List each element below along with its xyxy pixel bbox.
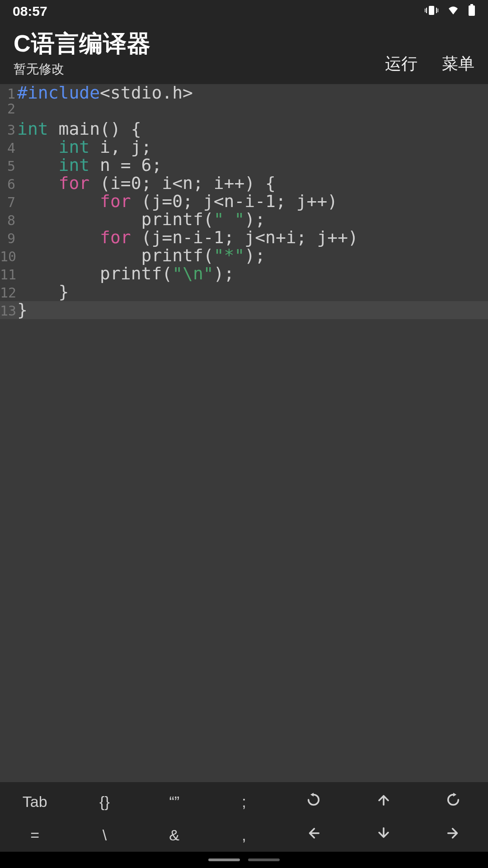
status-time: 08:57 <box>13 4 47 19</box>
code-content[interactable]: } <box>17 283 69 300</box>
key-symsym[interactable]: “” <box>140 793 209 811</box>
code-content[interactable]: for (j=n-i-1; j<n+i; j++) <box>17 229 358 246</box>
status-bar: 08:57 <box>0 0 488 23</box>
line-number: 13 <box>0 304 17 318</box>
code-content[interactable]: #include<stdio.h> <box>17 84 193 101</box>
nav-handle[interactable] <box>208 859 240 861</box>
line-number: 8 <box>0 214 17 227</box>
line-number: 5 <box>0 160 17 173</box>
undo-icon[interactable] <box>279 792 348 811</box>
app-bar: C语言编译器 暂无修改 运行 菜单 <box>0 23 488 84</box>
app-subtitle: 暂无修改 <box>14 61 151 78</box>
line-number: 2 <box>0 102 17 116</box>
vibrate-icon <box>425 4 438 19</box>
run-button[interactable]: 运行 <box>385 53 418 75</box>
line-number: 3 <box>0 123 17 137</box>
line-number: 1 <box>0 87 17 101</box>
line-number: 9 <box>0 232 17 245</box>
key-sym[interactable]: ; <box>209 793 279 811</box>
code-line[interactable]: 6 for (i=0; i<n; i++) { <box>0 175 488 193</box>
symbol-toolbar: Tab{}“”; =\&, <box>0 782 488 852</box>
code-content[interactable]: int n = 6; <box>17 156 162 174</box>
line-number: 12 <box>0 286 17 300</box>
code-line[interactable]: 9 for (j=n-i-1; j<n+i; j++) <box>0 229 488 247</box>
svg-rect-1 <box>426 8 427 13</box>
battery-icon <box>468 4 475 19</box>
code-line[interactable]: 8 printf(" "); <box>0 211 488 229</box>
code-content[interactable]: for (j=0; j<n-i-1; j++) <box>17 193 338 210</box>
wifi-icon <box>446 4 460 19</box>
code-content[interactable]: int i, j; <box>17 138 151 156</box>
code-line[interactable]: 5 int n = 6; <box>0 156 488 175</box>
line-number: 7 <box>0 196 17 209</box>
code-editor[interactable]: 1#include<stdio.h>23int main() {4 int i,… <box>0 84 488 782</box>
nav-handle-secondary <box>248 859 280 861</box>
line-number: 6 <box>0 178 17 191</box>
key-sym[interactable]: = <box>0 826 70 844</box>
key-Tab[interactable]: Tab <box>0 793 70 811</box>
left-icon[interactable] <box>279 826 348 844</box>
line-number: 4 <box>0 142 17 155</box>
code-content[interactable]: int main() { <box>17 120 141 137</box>
line-number: 11 <box>0 268 17 282</box>
code-line[interactable]: 12 } <box>0 283 488 301</box>
status-icons <box>425 4 475 19</box>
svg-rect-4 <box>438 9 439 12</box>
svg-rect-3 <box>425 9 426 12</box>
code-content[interactable]: } <box>17 301 28 318</box>
code-content[interactable]: printf("\n"); <box>17 265 234 282</box>
code-line[interactable]: 13} <box>0 301 488 319</box>
svg-rect-6 <box>469 5 475 16</box>
code-content[interactable]: for (i=0; i<n; i++) { <box>17 175 276 192</box>
code-line[interactable]: 4 int i, j; <box>0 138 488 156</box>
nav-bar <box>0 852 488 868</box>
svg-rect-2 <box>436 8 437 13</box>
code-line[interactable]: 11 printf("\n"); <box>0 265 488 283</box>
redo-icon[interactable] <box>418 792 488 811</box>
key-sym[interactable]: , <box>209 826 279 844</box>
code-line[interactable]: 3int main() { <box>0 120 488 138</box>
code-line[interactable]: 2 <box>0 102 488 120</box>
key-sym[interactable]: \ <box>70 826 139 844</box>
app-title: C语言编译器 <box>14 28 151 60</box>
code-line[interactable]: 7 for (j=0; j<n-i-1; j++) <box>0 193 488 211</box>
code-line[interactable]: 1#include<stdio.h> <box>0 84 488 102</box>
code-content[interactable]: printf("*"); <box>17 247 265 264</box>
code-content[interactable]: printf(" "); <box>17 211 265 228</box>
down-icon[interactable] <box>348 826 418 844</box>
svg-rect-5 <box>470 4 473 5</box>
svg-rect-0 <box>429 6 434 15</box>
key-symsym[interactable]: {} <box>70 793 139 811</box>
up-icon[interactable] <box>348 792 418 811</box>
right-icon[interactable] <box>418 826 488 844</box>
menu-button[interactable]: 菜单 <box>442 53 474 75</box>
line-number: 10 <box>0 250 17 264</box>
code-line[interactable]: 10 printf("*"); <box>0 247 488 265</box>
key-sym[interactable]: & <box>140 826 209 844</box>
